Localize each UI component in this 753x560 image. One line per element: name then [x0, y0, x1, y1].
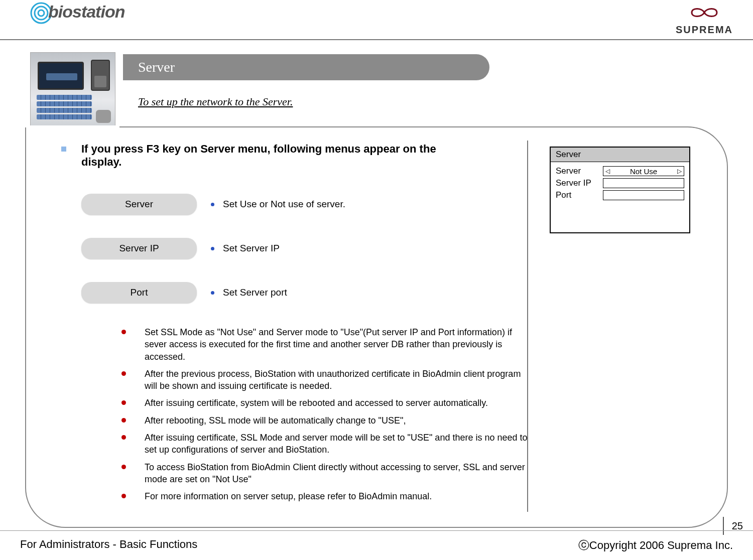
- vertical-divider: [527, 141, 528, 512]
- header-bar: biostation SUPREMA: [0, 0, 753, 40]
- title-region: Server To set up the network to the Serv…: [123, 54, 489, 108]
- screen-row-label: Server IP: [556, 178, 603, 188]
- screen-mock-title: Server: [551, 148, 689, 162]
- brand-right-text: SUPREMA: [676, 24, 733, 36]
- note-item: Set SSL Mode as "Not Use" and Server mod…: [121, 326, 528, 363]
- note-item: After the previous process, BioStation w…: [121, 368, 528, 392]
- suprema-infinity-icon: [687, 5, 722, 20]
- note-item: After issuing certificate, SSL Mode and …: [121, 432, 528, 456]
- triangle-right-icon: ▷: [677, 168, 682, 175]
- screen-row-value: ◁ Not Use ▷: [603, 166, 684, 176]
- screen-row-port: Port: [556, 190, 684, 200]
- footer-right-text: ⓒCopyright 2006 Suprema Inc.: [578, 538, 733, 553]
- menu-item-desc: Set Server IP: [223, 243, 280, 254]
- menu-item-pill: Port: [81, 282, 197, 303]
- brand-left-logo: biostation: [30, 2, 124, 24]
- device-sensor-icon: [91, 60, 110, 91]
- footer-bar: For Administrators - Basic Functions ⓒCo…: [0, 530, 753, 560]
- menu-item-port: Port Set Server port: [81, 282, 702, 303]
- brand-left-text: biostation: [48, 2, 124, 21]
- square-bullet-icon: [61, 147, 66, 152]
- device-screen-mock: Server Server ◁ Not Use ▷ Server IP Port: [550, 147, 690, 233]
- screen-row-value: [603, 178, 684, 188]
- screen-row-label: Port: [556, 190, 603, 200]
- menu-item-pill: Server: [81, 194, 197, 215]
- triangle-left-icon: ◁: [605, 168, 610, 175]
- svg-point-1: [35, 7, 48, 20]
- menu-item-pill: Server IP: [81, 238, 197, 259]
- note-item: After rebooting, SSL mode will be automa…: [121, 414, 528, 427]
- screen-mock-body: Server ◁ Not Use ▷ Server IP Port: [551, 162, 689, 232]
- brand-right-logo: SUPREMA: [676, 5, 733, 36]
- note-item: After issuing certificate, system will b…: [121, 397, 528, 409]
- menu-item-desc: Set Use or Not use of server.: [223, 199, 345, 210]
- page-title: Server: [123, 54, 489, 80]
- device-thumbnail: [30, 52, 115, 126]
- menu-item-server-ip: Server IP Set Server IP: [81, 238, 702, 259]
- device-thumb-icon: [96, 110, 111, 123]
- screen-row-server: Server ◁ Not Use ▷: [556, 166, 684, 176]
- screen-row-value-text: Not Use: [630, 167, 657, 176]
- intro-text: If you press F3 key on Server menu, foll…: [81, 143, 463, 169]
- device-screen-icon: [38, 62, 84, 90]
- note-item: For more information on server setup, pl…: [121, 490, 528, 502]
- svg-point-2: [38, 10, 44, 16]
- footer-left-text: For Administrators - Basic Functions: [20, 538, 197, 553]
- notes-list: Set SSL Mode as "Not Use" and Server mod…: [101, 326, 528, 503]
- screen-row-value: [603, 190, 684, 200]
- screen-row-label: Server: [556, 166, 603, 176]
- screen-row-server-ip: Server IP: [556, 178, 684, 188]
- note-item: To access BioStation from BioAdmin Clien…: [121, 461, 528, 486]
- device-keypad-icon: [37, 95, 92, 121]
- page-subtitle: To set up the network to the Server.: [138, 95, 489, 108]
- menu-item-desc: Set Server port: [223, 287, 287, 298]
